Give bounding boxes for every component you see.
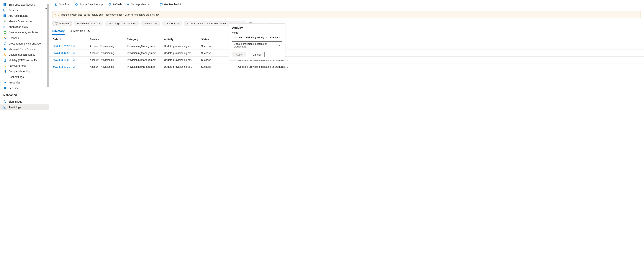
sidebar-item-security[interactable]: Security xyxy=(0,85,49,91)
sidebar-item-custom-security-attributes[interactable]: Custom security attributes xyxy=(0,30,49,35)
sidebar-item-label: Application proxy xyxy=(8,26,28,28)
manage-view-button[interactable]: Manage view xyxy=(125,2,152,7)
export-data-settings-button[interactable]: Export Data Settings xyxy=(73,2,105,7)
cell-category: ProvisioningManagement xyxy=(127,65,164,68)
audit-logs-table: Date Service Category Activity Status St… xyxy=(49,35,644,70)
refresh-button[interactable]: Refresh xyxy=(106,2,124,7)
sidebar-item-entra-connect[interactable]: Microsoft Entra Connect xyxy=(0,46,49,52)
svg-rect-9 xyxy=(4,9,6,11)
cell-date[interactable]: 5/7/24, 3:42:50 PM xyxy=(53,52,90,54)
sync-icon xyxy=(3,42,6,45)
sidebar-item-mobility[interactable]: Mobility (MDM and WIP) xyxy=(0,58,49,63)
cell-status-reason: Updated provisioning setting or credenti… xyxy=(238,45,640,48)
sidebar-item-label: Mobility (MDM and WIP) xyxy=(8,59,37,62)
apply-button[interactable]: Apply xyxy=(232,52,246,57)
filter-category[interactable]: Category : All xyxy=(162,21,182,26)
gear-icon xyxy=(126,3,130,6)
pill-label: Show dates as: Local xyxy=(76,22,100,25)
table-row[interactable]: 5/8/24, 1:20:38 PMAccount ProvisioningPr… xyxy=(49,43,644,50)
sidebar-item-devices[interactable]: Devices xyxy=(0,8,49,13)
tab-custom-security[interactable]: Custom Security xyxy=(70,28,90,35)
sidebar-item-signin-logs[interactable]: Sign-in logs xyxy=(0,99,49,104)
sidebar-item-licenses[interactable]: Licenses xyxy=(0,35,49,41)
sidebar-item-identity-governance[interactable]: Identity Governance xyxy=(0,18,49,24)
sidebar-scrollbar[interactable] xyxy=(47,0,49,266)
svg-rect-8 xyxy=(6,5,6,6)
table-row[interactable]: 5/7/24, 3:42:50 PMAccount ProvisioningPr… xyxy=(49,50,644,56)
sidebar-item-audit-logs[interactable]: Audit logs xyxy=(0,104,49,110)
col-header-status-reason[interactable]: Status Reason xyxy=(238,38,640,41)
toolbar-label: Got feedback? xyxy=(164,3,181,6)
attributes-icon xyxy=(3,31,6,34)
cancel-button[interactable]: Cancel xyxy=(248,52,264,57)
sidebar-item-app-registrations[interactable]: App registrations xyxy=(0,13,49,18)
toolbar-label: Refresh xyxy=(112,3,122,6)
audit-logs-icon xyxy=(3,106,6,109)
sidebar-item-user-settings[interactable]: User settings xyxy=(0,74,49,80)
sidebar-item-label: User settings xyxy=(8,76,24,78)
svg-rect-15 xyxy=(6,16,6,16)
cell-category: ProvisioningManagement xyxy=(127,45,164,48)
sidebar-item-properties[interactable]: Properties xyxy=(0,80,49,85)
sidebar-item-custom-domain-names[interactable]: Custom domain names xyxy=(0,52,49,58)
svg-point-25 xyxy=(4,37,5,38)
chevron-down-icon xyxy=(148,4,150,6)
sidebar-item-application-proxy[interactable]: Application proxy xyxy=(0,24,49,30)
table-row[interactable]: 5/7/24, 3:12:02 PMAccount ProvisioningPr… xyxy=(49,56,644,64)
gear-icon xyxy=(75,3,78,6)
filter-service[interactable]: Service : All xyxy=(142,21,160,26)
download-icon xyxy=(54,3,57,6)
svg-rect-2 xyxy=(6,3,6,4)
filter-date-range[interactable]: Date range: Last 24 hours xyxy=(105,21,140,26)
svg-rect-4 xyxy=(4,4,5,5)
sidebar-item-label: Licenses xyxy=(8,36,19,40)
table-row[interactable]: 5/7/24, 3:11:39 PMAccount ProvisioningPr… xyxy=(49,64,644,70)
svg-rect-13 xyxy=(4,16,4,16)
svg-point-34 xyxy=(4,76,5,77)
user-settings-icon xyxy=(3,76,6,78)
cell-date[interactable]: 5/8/24, 1:20:38 PM xyxy=(53,45,90,48)
svg-rect-33 xyxy=(6,70,6,72)
sidebar-item-enterprise-applications[interactable]: Enterprise applications xyxy=(0,2,49,8)
sidebar-item-password-reset[interactable]: Password reset xyxy=(0,63,49,69)
popover-select[interactable]: Update provisioning setting or credentia… xyxy=(232,41,282,49)
sidebar-item-label: Properties xyxy=(8,81,20,84)
cell-service: Account Provisioning xyxy=(90,58,127,62)
proxy-icon xyxy=(3,26,6,28)
sidebar-item-company-branding[interactable]: Company branding xyxy=(0,69,49,74)
filter-show-dates[interactable]: Show dates as: Local xyxy=(74,21,103,26)
feedback-button[interactable]: Got feedback? xyxy=(158,2,183,7)
svg-rect-14 xyxy=(4,16,5,16)
cell-date[interactable]: 5/7/24, 3:11:39 PM xyxy=(53,65,90,68)
legacy-banner[interactable]: — Want to switch back to the legacy audi… xyxy=(52,11,641,18)
svg-rect-1 xyxy=(4,3,5,4)
col-header-service[interactable]: Service xyxy=(90,38,127,41)
svg-point-41 xyxy=(128,4,128,5)
tab-directory[interactable]: Directory xyxy=(52,28,64,35)
col-header-category[interactable]: Category xyxy=(127,38,164,41)
pill-label: Date range: Last 24 hours xyxy=(108,22,137,25)
filter-icon xyxy=(55,22,58,25)
sidebar-item-label: Identity Governance xyxy=(8,20,32,23)
popover-value-input[interactable] xyxy=(232,35,282,40)
col-header-date[interactable]: Date xyxy=(53,38,90,41)
toolbar-label: Export Data Settings xyxy=(80,3,103,6)
sidebar-item-cross-tenant-sync[interactable]: Cross-tenant synchronization xyxy=(0,41,49,46)
cell-date[interactable]: 5/7/24, 3:12:02 PM xyxy=(53,58,90,62)
cell-activity: Update provisioning set... xyxy=(164,52,201,54)
download-button[interactable]: Download xyxy=(52,2,72,7)
sidebar-item-label: Cross-tenant synchronization xyxy=(8,42,42,45)
refresh-icon xyxy=(108,3,111,6)
sidebar-item-label: Custom domain names xyxy=(8,53,35,56)
svg-rect-21 xyxy=(4,31,5,32)
cell-activity: Update provisioning set... xyxy=(164,45,201,48)
cell-category: ProvisioningManagement xyxy=(127,52,164,54)
monitor-icon xyxy=(3,9,6,12)
add-filter-button[interactable]: Add filter xyxy=(52,21,72,26)
sidebar-item-label: Enterprise applications xyxy=(8,3,35,6)
col-header-activity[interactable]: Activity xyxy=(164,38,201,41)
svg-rect-23 xyxy=(4,33,5,34)
feedback-icon xyxy=(160,3,163,6)
svg-rect-5 xyxy=(6,4,6,5)
properties-icon xyxy=(3,81,6,84)
